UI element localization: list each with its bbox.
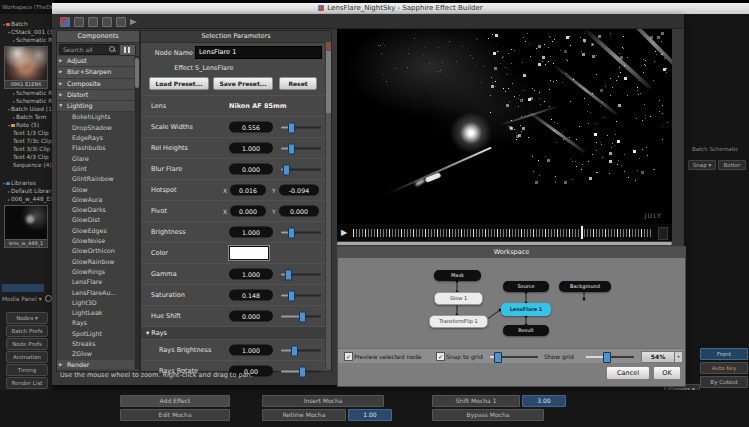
parameters-scroll-top-button[interactable] xyxy=(326,42,331,50)
tree-item-batch-used-1-[interactable]: ▾Batch Used (1) xyxy=(0,105,52,113)
component-category-render[interactable]: ▶Render xyxy=(57,360,134,369)
left-button-batch-prefs[interactable]: Batch Prefs xyxy=(6,325,48,337)
param-x-field[interactable]: 0.016 xyxy=(230,185,266,196)
snap-to-grid-checkbox[interactable]: ✓ xyxy=(436,352,445,361)
tree-item-text-1-3-clip[interactable]: Text 1/3 Clip xyxy=(0,129,52,137)
param-slider[interactable] xyxy=(281,144,321,153)
grid-size-slider[interactable] xyxy=(490,352,538,361)
component-item-glow[interactable]: Glow xyxy=(57,185,134,195)
graph-node-result[interactable]: Result xyxy=(503,325,549,336)
parameters-scrollbar-thumb[interactable] xyxy=(326,51,331,113)
edit-mocha-button[interactable]: Edit Mocha xyxy=(120,409,230,421)
component-item-flashbulbs[interactable]: Flashbulbs xyxy=(57,143,134,153)
component-item-glowedges[interactable]: GlowEdges xyxy=(57,226,134,236)
param-value-field[interactable]: 0.000 xyxy=(229,311,273,322)
bypass-mocha-button[interactable]: Bypass Mocha xyxy=(432,409,544,421)
tree-caret-icon[interactable]: ▾ xyxy=(3,181,5,186)
param-value-field[interactable]: 0.556 xyxy=(229,122,273,133)
tree-item-sequence-4-[interactable]: Sequence (4) xyxy=(0,161,52,169)
save-preset-button[interactable]: Save Preset... xyxy=(213,77,273,90)
zoom-dropdown-arrow[interactable]: ▾ xyxy=(674,351,683,363)
filter-button[interactable] xyxy=(119,44,136,56)
ok-button[interactable]: OK xyxy=(653,366,681,380)
components-scrollbar[interactable] xyxy=(135,56,139,369)
tree-caret-icon[interactable]: ▾ xyxy=(8,123,10,128)
workspace-zoom-slider[interactable] xyxy=(586,352,634,361)
new-icon[interactable] xyxy=(60,17,70,27)
tree-caret-icon[interactable]: ▸ xyxy=(8,189,10,194)
component-item-streaks[interactable]: Streaks xyxy=(57,339,134,349)
right-button-front[interactable]: Front xyxy=(700,348,748,360)
param-value-field[interactable]: 1.000 xyxy=(229,345,273,356)
pan-arrow-icon[interactable] xyxy=(130,17,138,25)
param-slider[interactable] xyxy=(281,312,321,321)
reset-button[interactable]: Reset xyxy=(279,77,317,90)
retime-mocha-value[interactable]: 1.00 xyxy=(348,409,392,421)
component-item-lensflare[interactable]: LensFlare xyxy=(57,277,134,287)
snap-dropdown[interactable]: Snap ▾ xyxy=(688,160,716,170)
param-y-field[interactable]: -0.094 xyxy=(279,185,319,196)
graph-node-lensflare-1[interactable]: LensFlare 1 xyxy=(501,303,551,316)
tree-item-text-3-3i-clip[interactable]: Text 3/3i Clip xyxy=(0,145,52,153)
tree-caret-icon[interactable]: ▾ xyxy=(3,22,5,27)
shift-mocha-button[interactable]: Shift Mocha 1 xyxy=(432,395,520,407)
param-value-field[interactable]: 1.000 xyxy=(229,269,273,280)
component-category-distort[interactable]: ▶Distort xyxy=(57,90,134,101)
graph-node-background[interactable]: Background xyxy=(559,281,611,292)
shift-mocha-value[interactable]: 3.00 xyxy=(522,395,566,407)
left-button-animation[interactable]: Animation xyxy=(6,351,48,363)
component-item-gloworthicon[interactable]: GlowOrthicon xyxy=(57,246,134,256)
node-graph-canvas[interactable]: MaskGlow 1TransformFlip 1SourceBackgroun… xyxy=(338,258,683,348)
param-select-value[interactable]: Nikon AF 85mm xyxy=(229,102,287,110)
graph-node-transformflip-1[interactable]: TransformFlip 1 xyxy=(429,315,488,328)
tree-caret-icon[interactable]: ▸ xyxy=(13,91,15,96)
tree-item-batch[interactable]: ▾Batch xyxy=(0,20,52,28)
tree-item-schematic-r[interactable]: ▸Schematic R xyxy=(0,36,52,44)
component-category-blur+sharpen[interactable]: ▶Blur+Sharpen xyxy=(57,67,134,78)
save-icon[interactable] xyxy=(88,17,98,27)
node-name-input[interactable]: LensFlare 1 xyxy=(195,46,322,59)
param-slider[interactable] xyxy=(281,270,321,279)
insert-mocha-button[interactable]: Insert Mocha xyxy=(262,395,384,407)
component-item-glowdarks[interactable]: GlowDarks xyxy=(57,205,134,215)
component-item-glowrings[interactable]: GlowRings xyxy=(57,267,134,277)
tree-item-schematic-r[interactable]: ▸Schematic R xyxy=(0,89,52,97)
export-icon[interactable] xyxy=(116,17,126,27)
color-swatch[interactable] xyxy=(229,246,269,260)
tree-caret-icon[interactable]: ▾ xyxy=(8,30,10,35)
clip-thumbnail[interactable]: lens_w_449_1 xyxy=(4,205,46,248)
tree-item-libraries[interactable]: ▾Libraries xyxy=(0,179,52,187)
tree-item-batch-tem[interactable]: ▸Batch Tem xyxy=(0,113,52,121)
preview-hscrollbar[interactable] xyxy=(337,242,672,245)
tree-caret-icon[interactable]: ▸ xyxy=(13,99,15,104)
right-button-by-cutout[interactable]: By Cutout xyxy=(700,376,748,388)
add-effect-button[interactable]: Add Effect xyxy=(120,395,230,407)
param-slider[interactable] xyxy=(281,123,321,132)
component-item-spotlight[interactable]: SpotLight xyxy=(57,329,134,339)
component-category-composite[interactable]: ▶Composite xyxy=(57,79,134,90)
component-item-glint[interactable]: Glint xyxy=(57,164,134,174)
component-item-glare[interactable]: Glare xyxy=(57,154,134,164)
open-icon[interactable] xyxy=(74,17,84,27)
timeline-ticks[interactable] xyxy=(353,229,653,237)
component-item-glowaura[interactable]: GlowAura xyxy=(57,195,134,205)
media-panel-selected-strip[interactable] xyxy=(2,284,44,292)
graph-node-mask[interactable]: Mask xyxy=(434,270,481,281)
component-category-adjust[interactable]: ▶Adjust xyxy=(57,56,134,67)
component-item-zglow[interactable]: ZGlow xyxy=(57,349,134,359)
tree-item-cstack-001-3-[interactable]: ▾CStack_001 (3) xyxy=(0,28,52,36)
retime-mocha-button[interactable]: Retime Mocha xyxy=(262,409,346,421)
cancel-button[interactable]: Cancel xyxy=(606,366,650,380)
param-slider[interactable] xyxy=(281,228,321,237)
save-as-icon[interactable] xyxy=(102,17,112,27)
component-item-glintrainbow[interactable]: GlintRainbow xyxy=(57,174,134,184)
playhead[interactable] xyxy=(581,226,583,239)
tree-item-schematic-r[interactable]: ▸Schematic R xyxy=(0,97,52,105)
component-item-bokehlights[interactable]: BokehLights xyxy=(57,112,134,122)
better-chip[interactable]: Better xyxy=(718,160,746,170)
tree-caret-icon[interactable]: ▸ xyxy=(8,197,10,202)
tree-caret-icon[interactable]: ▾ xyxy=(8,107,10,112)
clip-thumbnail[interactable]: 0961 E1EN6 xyxy=(4,46,46,89)
param-value-field[interactable]: 0.148 xyxy=(229,290,273,301)
load-preset-button[interactable]: Load Preset... xyxy=(149,77,209,90)
